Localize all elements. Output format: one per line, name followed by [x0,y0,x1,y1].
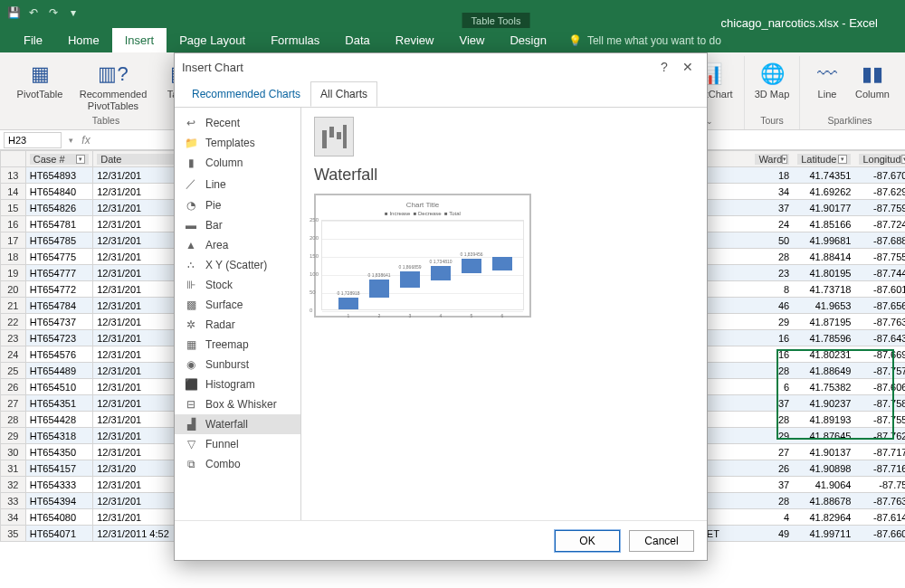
svg-rect-2 [337,132,341,139]
tell-me-placeholder: Tell me what you want to do [587,34,721,47]
sparkline-column-label: Column [855,89,890,100]
line-icon: ／ [184,176,198,192]
tab-insert[interactable]: Insert [112,28,167,52]
chart-type-combo[interactable]: ⧉Combo [175,454,300,474]
filter-icon[interactable]: ▾ [782,155,787,164]
chart-subtype-title: Waterfall [314,166,694,185]
chart-type-surface[interactable]: ▩Surface [175,295,300,315]
preview-chart-area: 0501001502002500 1,72891810 1,83864120 1… [321,220,524,310]
chart-type-funnel[interactable]: ▽Funnel [175,434,300,454]
redo-icon[interactable]: ↷ [45,5,62,21]
pie-icon: ◔ [184,199,198,212]
cancel-button[interactable]: Cancel [629,530,694,552]
combo-icon: ⧉ [184,458,198,470]
area-icon: ▲ [184,239,198,251]
tab-data[interactable]: Data [332,28,382,52]
dialog-title: Insert Chart [182,61,243,74]
chart-type-pie[interactable]: ◔Pie [175,195,300,215]
waterfall-icon: ▟ [184,418,198,431]
save-icon[interactable]: 💾 [5,5,22,21]
sparkline-line-button[interactable]: 〰 Line [807,56,847,100]
contextual-tab-label: Table Tools [462,13,530,28]
ok-button[interactable]: OK [555,530,620,552]
pivot-table-icon: ▦ [25,60,54,89]
undo-icon[interactable]: ↶ [25,5,42,21]
svg-rect-3 [343,125,347,148]
3d-map-button[interactable]: 🌐 3D Map [752,56,792,100]
sunburst-icon: ◉ [184,358,198,371]
chart-type-line[interactable]: ／Line [175,173,300,195]
tab-all-charts[interactable]: All Charts [310,81,377,107]
sparkline-column-button[interactable]: ▮▮ Column [853,56,892,100]
dialog-help-button[interactable]: ? [653,60,676,74]
group-label-sparklines: Sparklines [827,113,872,129]
templates-icon: 📁 [184,137,198,149]
tab-design[interactable]: Design [497,28,558,52]
tab-view[interactable]: View [446,28,497,52]
chart-subtype-waterfall[interactable] [314,117,354,156]
title-bar: 💾 ↶ ↷ ▾ Table Tools chicago_narcotics.xl… [0,0,905,25]
3d-map-label: 3D Map [755,89,790,100]
sparkline-line-label: Line [818,89,837,100]
chart-type-bar[interactable]: ▬Bar [175,215,300,235]
sparkline-column-icon: ▮▮ [858,60,887,89]
treemap-icon: ▦ [184,338,198,351]
chart-type-waterfall[interactable]: ▟Waterfall [175,414,300,434]
svg-rect-0 [322,130,327,148]
chart-preview[interactable]: Chart Title ■ Increase ■ Decrease ■ Tota… [314,194,531,318]
preview-title: Chart Title [321,201,524,209]
surface-icon: ▩ [184,299,198,311]
insert-chart-dialog: Insert Chart ? ✕ Recommended Charts All … [174,52,708,561]
box-whisker-icon: ⊟ [184,398,198,411]
column-icon: ▮ [184,156,198,169]
chart-type-sunburst[interactable]: ◉Sunburst [175,355,300,375]
chart-type-x-y-scatter-[interactable]: ∴X Y (Scatter) [175,255,300,275]
chart-type-recent[interactable]: ↩Recent [175,113,300,133]
filter-icon[interactable]: ▾ [901,155,905,164]
ribbon-group-tours: 🌐 3D Map Tours [745,56,800,129]
lightbulb-icon: 💡 [568,34,582,47]
ribbon-group-sparklines: 〰 Line ▮▮ Column Sparklines [800,56,900,129]
recommended-pivot-icon: ▥? [99,60,128,89]
sparkline-line-icon: 〰 [813,60,842,89]
bar-icon: ▬ [184,219,198,232]
chart-type-treemap[interactable]: ▦Treemap [175,335,300,355]
pivot-table-button[interactable]: ▦ PivotTable [13,56,67,100]
dialog-title-bar: Insert Chart ? ✕ [175,53,707,81]
tab-page-layout[interactable]: Page Layout [167,28,258,52]
waterfall-icon [320,123,348,150]
filter-icon[interactable]: ▾ [838,155,847,164]
dialog-tabs: Recommended Charts All Charts [175,81,707,108]
recommended-pivot-label: Recommended PivotTables [72,89,154,111]
window-title: chicago_narcotics.xlsx - Excel [721,16,878,30]
tab-review[interactable]: Review [383,28,447,52]
namebox-dropdown-icon[interactable]: ▾ [65,136,77,145]
fx-icon[interactable]: fx [77,134,95,147]
chart-type-area[interactable]: ▲Area [175,235,300,255]
pivot-table-label: PivotTable [17,89,63,100]
recommended-pivot-button[interactable]: ▥? Recommended PivotTables [72,56,154,111]
chart-type-column[interactable]: ▮Column [175,153,300,173]
group-label-tables: Tables [92,113,119,129]
name-box[interactable] [4,132,62,148]
svg-rect-1 [329,127,334,138]
tab-recommended-charts[interactable]: Recommended Charts [182,81,310,107]
funnel-icon: ▽ [184,438,198,450]
chart-type-stock[interactable]: ⊪Stock [175,275,300,295]
globe-icon: 🌐 [757,60,786,89]
tell-me-search[interactable]: 💡 Tell me what you want to do [559,29,730,52]
chart-type-box-whisker[interactable]: ⊟Box & Whisker [175,394,300,414]
tab-home[interactable]: Home [55,28,112,52]
chart-type-radar[interactable]: ✲Radar [175,315,300,335]
qat-dropdown-icon[interactable]: ▾ [65,5,81,21]
recent-icon: ↩ [184,117,198,129]
histogram-icon: ⬛ [184,378,198,391]
tab-file[interactable]: File [11,28,55,52]
tab-formulas[interactable]: Formulas [258,28,332,52]
filter-icon[interactable]: ▾ [76,155,85,164]
x-y-scatter--icon: ∴ [184,259,198,271]
dialog-close-button[interactable]: ✕ [676,60,700,74]
chart-type-templates[interactable]: 📁Templates [175,133,300,153]
chart-type-histogram[interactable]: ⬛Histogram [175,375,300,394]
quick-access-toolbar: 💾 ↶ ↷ ▾ [0,5,87,21]
